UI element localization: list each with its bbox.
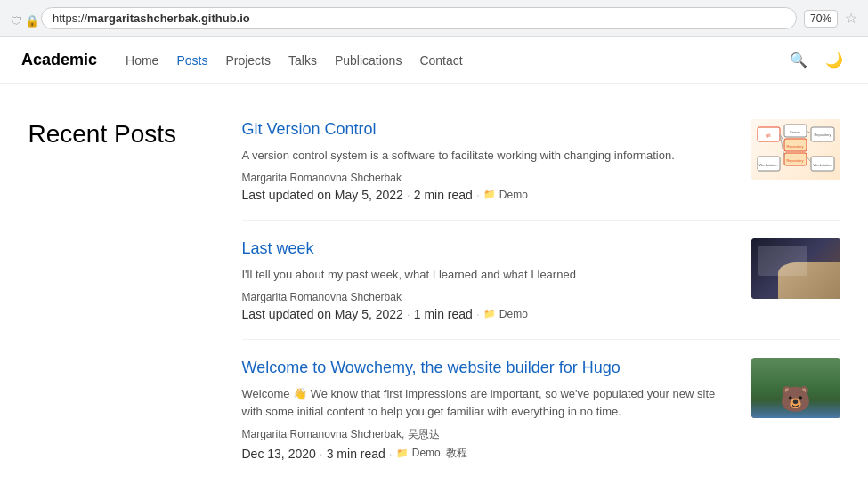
post-read-time: 1 min read xyxy=(414,307,473,321)
post-date: Last updated on May 5, 2022 xyxy=(242,188,403,202)
lock-icon: 🔒 xyxy=(25,14,34,23)
header-actions: 🔍 🌙 xyxy=(786,48,847,72)
url-text: https://margaritashcherbak.github.io xyxy=(53,12,250,25)
separator: · xyxy=(407,307,410,321)
shield-icon: 🛡 xyxy=(11,14,20,23)
post-thumbnail xyxy=(751,238,840,299)
posts-list: Git Version Control A version control sy… xyxy=(242,119,840,479)
svg-text:Repository: Repository xyxy=(814,133,831,137)
svg-line-16 xyxy=(807,131,811,133)
svg-line-17 xyxy=(807,157,811,162)
post-content: Git Version Control A version control sy… xyxy=(242,119,734,202)
nav-contact[interactable]: Contact xyxy=(419,53,462,68)
post-excerpt: I'll tell you about my past week, what I… xyxy=(242,266,734,284)
nav-home[interactable]: Home xyxy=(126,53,158,68)
post-meta-line: Last updated on May 5, 2022 · 2 min read… xyxy=(242,188,734,202)
svg-text:git: git xyxy=(766,133,771,138)
post-read-time: 2 min read xyxy=(414,188,473,202)
nav-posts[interactable]: Posts xyxy=(176,53,207,68)
post-title-link[interactable]: Last week xyxy=(242,238,734,259)
browser-chrome: 🛡 🔒 https://margaritashcherbak.github.io… xyxy=(0,0,868,37)
svg-text:Workstation: Workstation xyxy=(813,163,831,167)
post-item: Git Version Control A version control sy… xyxy=(242,119,840,221)
post-item: Last week I'll tell you about my past we… xyxy=(242,221,840,340)
site-logo[interactable]: Academic xyxy=(21,51,97,69)
svg-text:Repository: Repository xyxy=(786,158,803,163)
screen-overlay xyxy=(758,246,807,276)
post-title-link[interactable]: Git Version Control xyxy=(242,119,734,140)
main-content: Recent Posts Git Version Control A versi… xyxy=(7,84,862,484)
zoom-level: 70% xyxy=(804,10,838,28)
section-title: Recent Posts xyxy=(28,119,207,149)
post-author: Margarita Romanovna Shcherbak, 吴恩达 xyxy=(242,427,734,442)
separator: · xyxy=(476,188,480,202)
post-excerpt: Welcome 👋 We know that first impressions… xyxy=(242,385,734,420)
site-header: Academic Home Posts Projects Talks Publi… xyxy=(0,37,868,84)
git-diagram-svg: git Server Repository Repository Reposit… xyxy=(756,123,836,176)
search-button[interactable]: 🔍 xyxy=(786,48,811,72)
nav-projects[interactable]: Projects xyxy=(225,53,271,68)
bear-thumbnail: 🐻 xyxy=(751,358,840,418)
bear-emoji: 🐻 xyxy=(780,384,811,414)
nav-talks[interactable]: Talks xyxy=(288,53,317,68)
post-tags: Demo xyxy=(499,308,528,320)
bookmark-star-icon[interactable]: ☆ xyxy=(845,10,857,27)
folder-icon: 📁 xyxy=(483,189,496,200)
separator: · xyxy=(476,307,480,321)
post-excerpt: A version control system is a software t… xyxy=(242,147,734,165)
post-meta-line: Last updated on May 5, 2022 · 1 min read… xyxy=(242,307,734,321)
separator: · xyxy=(320,447,323,461)
post-author: Margarita Romanovna Shcherbak xyxy=(242,172,734,184)
post-read-time: 3 min read xyxy=(327,447,385,461)
folder-icon: 📁 xyxy=(483,308,496,319)
separator: · xyxy=(407,188,410,202)
post-date: Dec 13, 2020 xyxy=(242,447,316,461)
svg-text:Repository: Repository xyxy=(786,144,803,149)
git-thumbnail: git Server Repository Repository Reposit… xyxy=(751,119,840,180)
site-nav: Home Posts Projects Talks Publications C… xyxy=(126,53,786,68)
post-content: Welcome to Wowchemy, the website builder… xyxy=(242,358,734,461)
post-thumbnail: 🐻 xyxy=(751,358,840,418)
address-bar[interactable]: https://margaritashcherbak.github.io xyxy=(41,7,797,29)
post-tags: Demo xyxy=(499,189,528,201)
separator: · xyxy=(389,447,393,461)
post-date: Last updated on May 5, 2022 xyxy=(242,307,403,321)
dark-mode-toggle[interactable]: 🌙 xyxy=(822,48,847,72)
post-title-link[interactable]: Welcome to Wowchemy, the website builder… xyxy=(242,358,734,378)
nav-publications[interactable]: Publications xyxy=(335,53,402,68)
browser-window-controls: 🛡 🔒 xyxy=(11,14,34,23)
post-meta-line: Dec 13, 2020 · 3 min read · 📁 Demo, 教程 xyxy=(242,446,734,461)
post-tags: Demo, 教程 xyxy=(412,446,468,461)
laptop-thumbnail xyxy=(751,238,840,299)
folder-icon: 📁 xyxy=(396,448,409,459)
post-content: Last week I'll tell you about my past we… xyxy=(242,238,734,321)
post-thumbnail: git Server Repository Repository Reposit… xyxy=(751,119,840,180)
sidebar: Recent Posts xyxy=(28,119,207,479)
post-author: Margarita Romanovna Shcherbak xyxy=(242,291,734,303)
svg-text:Workstation: Workstation xyxy=(758,163,777,167)
svg-text:Server: Server xyxy=(790,130,800,134)
post-item: Welcome to Wowchemy, the website builder… xyxy=(242,340,840,479)
